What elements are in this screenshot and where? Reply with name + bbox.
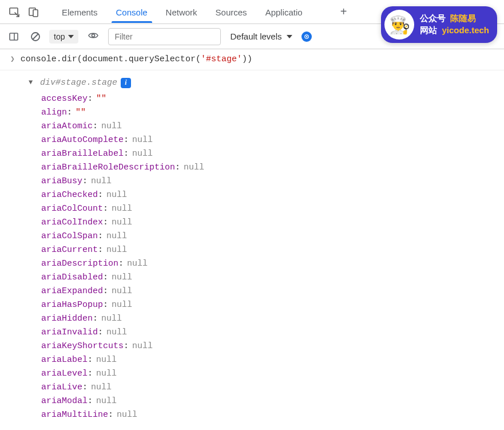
property-row[interactable]: ariaDescription: null [41, 257, 497, 271]
property-key: ariaLabel [41, 353, 88, 367]
property-row[interactable]: ariaMultiLine: null [41, 408, 497, 422]
context-label: top [54, 32, 65, 41]
property-separator: : [175, 161, 180, 175]
property-value: null [127, 257, 148, 271]
property-row[interactable]: ariaHidden: null [41, 312, 497, 326]
property-row[interactable]: ariaDisabled: null [41, 271, 497, 285]
property-value: "" [76, 106, 86, 120]
property-value: "" [96, 92, 106, 106]
property-value: null [112, 216, 132, 230]
property-key: ariaModal [41, 395, 88, 408]
property-separator: : [98, 326, 103, 340]
property-key: accessKey [41, 92, 88, 106]
property-value: null [106, 188, 127, 202]
property-key: ariaHasPopup [41, 298, 103, 312]
add-tab-icon[interactable]: + [335, 2, 353, 22]
tab-application[interactable]: Applicatio [256, 2, 312, 22]
property-separator: : [103, 202, 108, 216]
property-row[interactable]: ariaModal: null [41, 395, 497, 408]
property-separator: : [98, 188, 103, 202]
property-row[interactable]: ariaLevel: null [41, 367, 497, 381]
property-key: ariaBrailleRoleDescription [41, 161, 175, 175]
clear-console-icon[interactable] [27, 29, 43, 45]
property-row[interactable]: ariaBrailleRoleDescription: null [41, 161, 497, 175]
property-value: null [132, 340, 153, 353]
property-key: ariaLive [41, 381, 82, 395]
property-value: null [96, 353, 117, 367]
property-row[interactable]: ariaHasPopup: null [41, 298, 497, 312]
caret-down-icon [68, 35, 74, 38]
avatar: 👨‍🍳 [384, 10, 414, 40]
caret-down-icon [287, 35, 292, 38]
issues-button[interactable] [301, 31, 312, 42]
property-row[interactable]: ariaLabel: null [41, 353, 497, 367]
property-value: null [106, 326, 127, 340]
svg-point-8 [305, 35, 307, 37]
property-row[interactable]: ariaAutoComplete: null [41, 133, 497, 147]
property-row[interactable]: align: "" [41, 106, 497, 120]
property-key: ariaLevel [41, 367, 88, 381]
watermark-text: 公众号 陈随易 网站 yicode.tech [420, 13, 489, 36]
property-value: null [96, 395, 117, 408]
property-key: ariaBusy [41, 175, 82, 188]
property-value: null [96, 367, 117, 381]
svg-rect-0 [10, 8, 18, 14]
property-value: null [112, 271, 132, 285]
property-key: ariaKeyShortcuts [41, 340, 124, 353]
property-key: ariaExpanded [41, 285, 103, 298]
property-row[interactable]: ariaColIndex: null [41, 216, 497, 230]
expand-arrow-icon[interactable]: ▼ [29, 77, 37, 88]
tab-console[interactable]: Console [107, 2, 157, 22]
property-row[interactable]: ariaBrailleLabel: null [41, 147, 497, 161]
info-icon[interactable]: i [121, 78, 131, 88]
property-separator: : [67, 106, 72, 120]
device-toggle-icon[interactable] [24, 2, 43, 22]
object-header[interactable]: ▼ div#stage.stage i [29, 76, 497, 90]
console-command-row[interactable]: ❯ console.dir(document.querySelector('#s… [0, 49, 504, 70]
property-row[interactable]: accessKey: "" [41, 92, 497, 106]
console-output: ❯ console.dir(document.querySelector('#s… [0, 49, 504, 428]
property-row[interactable]: ariaColCount: null [41, 202, 497, 216]
property-row[interactable]: ariaInvalid: null [41, 326, 497, 340]
log-levels-selector[interactable]: Default levels [227, 31, 295, 41]
wm-label-1: 公众号 [420, 13, 446, 24]
property-key: ariaBrailleLabel [41, 147, 124, 161]
issues-dot-icon [301, 31, 312, 42]
execution-context-selector[interactable]: top [49, 30, 78, 44]
property-value: null [101, 120, 122, 133]
property-row[interactable]: ariaBusy: null [41, 175, 497, 188]
property-key: ariaChecked [41, 188, 98, 202]
property-separator: : [103, 285, 108, 298]
property-row[interactable]: ariaCurrent: null [41, 243, 497, 257]
property-list: accessKey: ""align: ""ariaAtomic: nullar… [29, 92, 497, 422]
property-separator: : [103, 216, 108, 230]
property-row[interactable]: ariaLive: null [41, 381, 497, 395]
property-value: null [91, 381, 112, 395]
property-separator: : [118, 257, 124, 271]
property-separator: : [93, 120, 98, 133]
property-key: ariaDisabled [41, 271, 103, 285]
property-row[interactable]: ariaKeyShortcuts: null [41, 340, 497, 353]
wm-value-2: yicode.tech [442, 25, 489, 35]
property-row[interactable]: ariaAtomic: null [41, 120, 497, 133]
property-row[interactable]: ariaColSpan: null [41, 230, 497, 243]
svg-line-6 [33, 34, 38, 40]
live-expression-icon[interactable] [84, 30, 102, 43]
tab-network[interactable]: Network [157, 2, 207, 22]
property-key: ariaAutoComplete [41, 133, 124, 147]
panel-tabs: Elements Console Network Sources Applica… [53, 2, 312, 22]
property-key: ariaDescription [41, 257, 118, 271]
property-value: null [132, 147, 153, 161]
toggle-sidebar-icon[interactable] [6, 29, 22, 45]
inspect-element-icon[interactable] [5, 2, 24, 22]
tab-elements[interactable]: Elements [53, 2, 107, 22]
filter-input[interactable] [108, 28, 221, 45]
property-row[interactable]: ariaChecked: null [41, 188, 497, 202]
tab-sources[interactable]: Sources [207, 2, 256, 22]
levels-label: Default levels [230, 31, 281, 41]
property-row[interactable]: ariaExpanded: null [41, 285, 497, 298]
property-separator: : [108, 408, 113, 422]
property-value: null [106, 243, 127, 257]
wm-value-1: 陈随易 [450, 13, 476, 24]
object-name: div#stage.stage [40, 76, 117, 90]
